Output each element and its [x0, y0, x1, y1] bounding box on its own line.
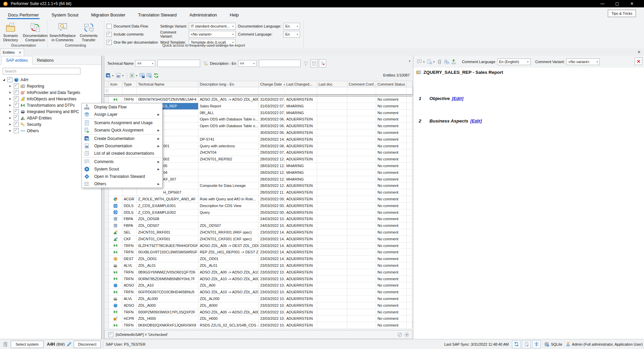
- search-replace-in-comments-button[interactable]: Search/Replace in Comments: [51, 21, 75, 42]
- ribbon-tab-translation-steward[interactable]: Translation Steward: [137, 10, 177, 20]
- menu-item-open-documentation[interactable]: wOpen Documentation▶: [82, 142, 162, 150]
- ribbon-tab-system-scout[interactable]: System Scout: [51, 10, 79, 20]
- comment-history-button[interactable]: [443, 58, 450, 66]
- expand-arrow-icon[interactable]: ▶: [8, 123, 12, 126]
- table-row[interactable]: H_DP560728/03/2022 11...ADUERRSTEINNo co…: [104, 189, 412, 196]
- column-header-description-long-en[interactable]: Description long - En: [198, 81, 259, 87]
- ribbon-tab-help[interactable]: Help: [229, 10, 239, 20]
- section-edit-link[interactable]: [Edit]: [470, 118, 482, 123]
- comment-language-combobox[interactable]: En▼: [283, 31, 300, 38]
- select-system-button[interactable]: Select system: [11, 341, 44, 348]
- table-row[interactable]: TRFN0B9GGY6NNMZJV0SO601QF7D6ADSO ZDL_A00…: [104, 269, 412, 276]
- menu-item-list-of-all-created-documentations[interactable]: List of all created documentations: [82, 150, 162, 157]
- search-input[interactable]: [3, 68, 80, 74]
- tips-and-tricks-button[interactable]: Tips & Tricks: [608, 10, 636, 17]
- menu-item-comments[interactable]: Comments▶: [82, 158, 162, 165]
- table-row[interactable]: FBPAZDL_ODS07ZDL_ODS0724/03/2022 10...AD…: [104, 222, 412, 229]
- clear-filter-icon[interactable]: [319, 59, 326, 67]
- tree-item-a4h[interactable]: ◢A4H: [0, 77, 101, 83]
- table-row[interactable]: FBPAZDL_ODS0824/03/2022 10...ADUERRSTEIN…: [104, 216, 412, 222]
- filter-row-cell[interactable]: [109, 87, 122, 94]
- checkbox-box[interactable]: [107, 24, 112, 29]
- panel-close-button[interactable]: [635, 57, 642, 65]
- expand-arrow-icon[interactable]: ▶: [8, 85, 12, 88]
- settings-variant-combobox[interactable]: IT standard document...▼: [189, 23, 236, 30]
- column-header-change-date[interactable]: Change Date▼: [259, 81, 285, 87]
- panel-splitter[interactable]: [102, 56, 104, 339]
- checkbox-document-data-flow[interactable]: Document Data Flow: [107, 22, 158, 30]
- column-header-technical-name[interactable]: Technical Name: [137, 81, 198, 87]
- tree-checkbox[interactable]: [14, 128, 19, 133]
- ribbon-tab-administration[interactable]: Administration: [189, 10, 218, 20]
- tree-checkbox[interactable]: [14, 103, 19, 108]
- ribbon-tab-migration-booster[interactable]: Migration Booster: [91, 10, 126, 20]
- filter-row-cell[interactable]: [376, 87, 407, 94]
- table-row[interactable]: DESTZDL_OD01ZDL_OD0123/03/2022 14...ADUE…: [104, 256, 412, 262]
- comments-transfer-button[interactable]: Comments Transfer: [77, 21, 101, 42]
- ribbon-tab-docu-performer[interactable]: Docu Performer: [7, 10, 40, 20]
- filter-op1-combobox[interactable]: ==▼: [135, 60, 155, 67]
- column-header-type[interactable]: Type: [122, 81, 137, 87]
- menu-item-assign-layer[interactable]: Assign Layer▶: [82, 111, 162, 118]
- tab-sap-entities[interactable]: SAP entities: [1, 56, 33, 65]
- checkbox-box[interactable]: [107, 32, 112, 37]
- column-header-comment-conf[interactable]: Comment Conf...: [347, 81, 376, 87]
- menu-item-system-scout[interactable]: System Scout▶: [82, 165, 162, 173]
- tree-checkbox[interactable]: [7, 77, 12, 82]
- tree-item-infoobjects-and-hierarchies[interactable]: ▶InfoObjects and Hierarchies: [0, 96, 101, 102]
- close-button[interactable]: ✕: [630, 1, 634, 6]
- filter-row-cell[interactable]: [347, 87, 376, 94]
- column-header-last-doc[interactable]: Last doc.: [317, 81, 347, 87]
- expand-arrow-icon[interactable]: ▶: [8, 97, 12, 100]
- wordexport-button[interactable]: W▼: [105, 71, 115, 80]
- close-filter-icon[interactable]: [404, 332, 409, 337]
- filter-row-cell[interactable]: [259, 87, 285, 94]
- menu-item-others[interactable]: Others▶: [82, 180, 162, 188]
- sync-button[interactable]: [512, 340, 521, 348]
- collapse-arrow-icon[interactable]: ◢: [2, 78, 6, 81]
- table-row[interactable]: HCPRZDL_H000ZDL_H00023/03/2022 10...ADUE…: [104, 315, 412, 322]
- table-row[interactable]: ADSOZDL_A10ZDL_A0023/03/2022 10...ADUERR…: [104, 282, 412, 289]
- tree-checkbox[interactable]: [14, 84, 19, 89]
- gridsave-button[interactable]: [139, 71, 145, 80]
- chevron-down-icon[interactable]: ▼: [135, 74, 138, 77]
- table-row[interactable]: TRFN0B9VW7KSHOSDTZN3VMEL5AF4ADSO ZDL_A01…: [104, 96, 412, 103]
- table-row[interactable]: DDLSZ_CDS_EXAMPLE001Description for CDS …: [104, 203, 412, 209]
- table-row[interactable]: ADSOZDL_A000ZDL_A00023/03/2022 10...ADUE…: [104, 302, 412, 309]
- expand-arrow-icon[interactable]: ▶: [8, 116, 12, 119]
- minimize-button[interactable]: —: [600, 1, 605, 6]
- filter-row-cell[interactable]: [285, 87, 317, 94]
- table-row[interactable]: SELZHCNT01_RKF001ZHCNT01_RKF001 (RKF spe…: [104, 229, 412, 236]
- maximize-button[interactable]: ▢: [615, 1, 620, 6]
- menu-item-open-in-translation-steward[interactable]: Open in Translation Steward: [82, 173, 162, 180]
- apply-filter-icon[interactable]: [303, 60, 309, 67]
- expand-arrow-icon[interactable]: ▶: [8, 110, 12, 113]
- expand-arrow-icon[interactable]: ▶: [8, 129, 12, 132]
- expand-arrow-icon[interactable]: ▶: [8, 104, 12, 107]
- tree-search-box[interactable]: [3, 68, 80, 74]
- disconnect-button[interactable]: Disconnect: [74, 341, 101, 348]
- tree-checkbox[interactable]: [14, 109, 19, 114]
- filterbar-dropdown-icon[interactable]: ▼: [408, 60, 411, 63]
- dockarea-close-icon[interactable]: ✕: [636, 49, 642, 55]
- table-row[interactable]: ALVLZDL_AL000ZDL_AL00023/03/2022 10...AD…: [104, 296, 412, 302]
- menu-item-scenario-assignment-and-usage[interactable]: Scenario Assignment and Usage: [82, 119, 162, 127]
- table-row[interactable]: TRFN0LZFKT9ZTTBC8UEE7RHHGFDGFADSO ZDL_A0…: [104, 243, 412, 249]
- chevron-down-icon[interactable]: ▼: [433, 61, 435, 63]
- excel-button[interactable]: ▼: [129, 71, 138, 80]
- comment-variant-combobox[interactable]: <No variant>▼: [189, 31, 236, 38]
- refresh-button[interactable]: [153, 71, 160, 80]
- column-header-icon[interactable]: Icon: [109, 81, 122, 87]
- documentation-comparison-button[interactable]: Documentation Comparison: [23, 21, 47, 42]
- filter-row-cell[interactable]: [137, 87, 198, 94]
- add-comment-button[interactable]: ▼: [416, 58, 426, 66]
- documentation-language-combobox[interactable]: En▼: [283, 23, 300, 30]
- publish-comment-button[interactable]: [450, 58, 457, 66]
- dock-tab-close-icon[interactable]: ✕: [19, 51, 21, 54]
- scenario-directory-button[interactable]: Scenario Directory: [0, 21, 21, 42]
- filter-layout-icon[interactable]: [310, 59, 318, 67]
- tree-checkbox[interactable]: [14, 122, 19, 127]
- comment-language-combobox[interactable]: En (English)▼: [497, 58, 531, 65]
- menu-item-scenario-quick-assignment[interactable]: Scenario Quick Assignment▶: [82, 127, 162, 134]
- filter-row-cell[interactable]: [122, 87, 137, 94]
